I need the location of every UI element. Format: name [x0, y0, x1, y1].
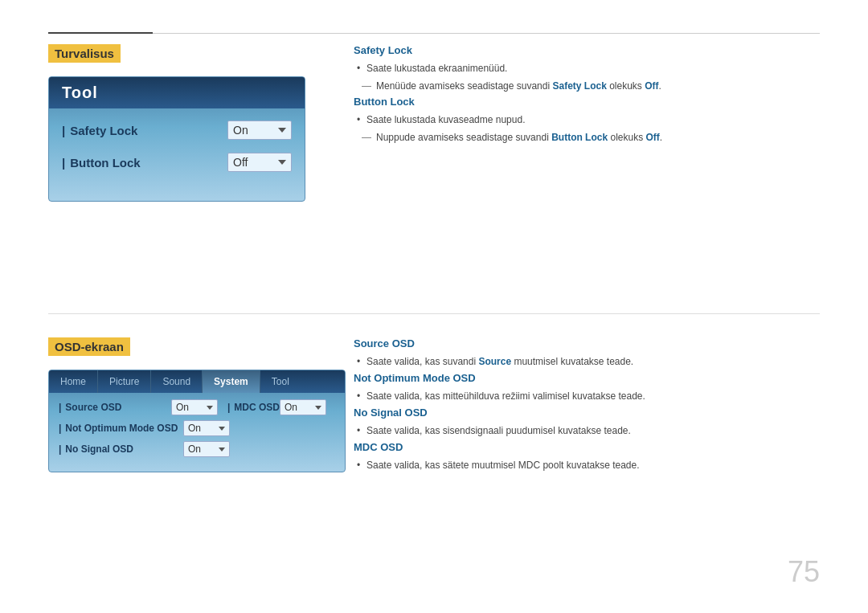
tab-system[interactable]: System — [203, 370, 260, 393]
source-osd-arrow-icon — [207, 406, 213, 410]
top-line-light — [153, 33, 820, 34]
not-optimum-osd-row: Not Optimum Mode OSD On — [59, 420, 335, 436]
tool-content: Safety Lock On Button Lock Off — [49, 108, 305, 201]
source-osd-label: Source OSD — [59, 402, 171, 413]
page-number: 75 — [788, 555, 820, 589]
top-decorative-line — [48, 32, 820, 34]
no-signal-osd-info: No Signal OSD Saate valida, kas sisendsi… — [354, 407, 820, 438]
mdc-osd-info: MDC OSD Saate valida, kas sätete muutmis… — [354, 441, 820, 472]
button-lock-row: Button Lock Off — [62, 153, 292, 172]
safety-lock-info-title: Safety Lock — [354, 44, 820, 56]
tab-picture[interactable]: Picture — [98, 370, 151, 393]
tool-widget: Tool Safety Lock On Button Lock Off — [48, 76, 305, 202]
section-divider — [48, 313, 820, 314]
button-lock-bullet1: Saate lukustada kuvaseadme nupud. — [366, 112, 820, 127]
no-signal-osd-info-title: No Signal OSD — [354, 407, 820, 419]
mdc-osd-bullet: Saate valida, kas sätete muutmisel MDC p… — [366, 458, 820, 472]
tool-title-bar: Tool — [49, 77, 305, 108]
mdc-osd-info-title: MDC OSD — [354, 441, 820, 453]
source-osd-bullet: Saate valida, kas suvandi Source muutmis… — [366, 354, 820, 369]
button-lock-label: Button Lock — [62, 156, 227, 170]
not-optimum-osd-label: Not Optimum Mode OSD — [59, 423, 183, 434]
source-osd-row: Source OSD On MDC OSD On — [59, 399, 335, 415]
no-signal-osd-bullet: Saate valida, kas sisendsignaali puudumi… — [366, 423, 820, 438]
button-lock-dropdown[interactable]: Off — [227, 153, 292, 172]
no-signal-osd-label: No Signal OSD — [59, 443, 183, 455]
source-osd-value: On — [176, 402, 202, 413]
not-optimum-osd-bullet: Saate valida, kas mitteühilduva režiimi … — [366, 389, 820, 403]
not-optimum-osd-arrow-icon — [219, 427, 225, 431]
safety-lock-value: On — [233, 124, 272, 137]
safety-lock-dropdown[interactable]: On — [227, 121, 292, 140]
button-lock-sub1: Nuppude avamiseks seadistage suvandi But… — [376, 130, 820, 145]
source-osd-dropdown[interactable]: On — [171, 399, 218, 415]
osd-widget: Home Picture Sound System Tool Source OS… — [48, 370, 346, 472]
turvalisus-section: Turvalisus Tool Safety Lock On Button Lo… — [48, 44, 362, 202]
osd-section: OSD-ekraan Home Picture Sound System Too… — [48, 337, 362, 472]
mdc-osd-arrow-icon — [315, 406, 321, 410]
button-lock-value: Off — [233, 156, 272, 169]
not-optimum-osd-dropdown[interactable]: On — [183, 420, 230, 436]
button-lock-info: Button Lock Saate lukustada kuvaseadme n… — [354, 96, 820, 145]
source-osd-info-title: Source OSD — [354, 337, 820, 349]
safety-lock-arrow-icon — [278, 128, 286, 133]
osd-tabs: Home Picture Sound System Tool — [49, 370, 345, 393]
safety-lock-info: Safety Lock Saate lukustada ekraanimenüü… — [354, 44, 820, 93]
right-info-col: Safety Lock Saate lukustada ekraanimenüü… — [354, 44, 820, 147]
no-signal-osd-arrow-icon — [219, 447, 225, 452]
tab-sound[interactable]: Sound — [151, 370, 203, 393]
tab-tool[interactable]: Tool — [260, 370, 301, 393]
not-optimum-osd-info-title: Not Optimum Mode OSD — [354, 372, 820, 384]
right-osd-info-col: Source OSD Saate valida, kas suvandi Sou… — [354, 337, 820, 476]
safety-lock-bullet1: Saate lukustada ekraanimenüüd. — [366, 61, 820, 76]
source-osd-info: Source OSD Saate valida, kas suvandi Sou… — [354, 337, 820, 369]
tab-home[interactable]: Home — [49, 370, 98, 393]
button-lock-info-title: Button Lock — [354, 96, 820, 108]
turvalisus-header: Turvalisus — [48, 44, 121, 63]
mdc-osd-dropdown[interactable]: On — [280, 399, 326, 415]
no-signal-osd-row: No Signal OSD On — [59, 441, 335, 457]
mdc-osd-value: On — [285, 402, 310, 413]
safety-lock-row: Safety Lock On — [62, 121, 292, 140]
no-signal-osd-value: On — [188, 443, 214, 455]
page-container: Turvalisus Tool Safety Lock On Button Lo… — [0, 0, 868, 613]
mdc-osd-row: MDC OSD On — [227, 399, 326, 415]
osd-header: OSD-ekraan — [48, 337, 130, 356]
top-line-dark — [48, 32, 153, 34]
osd-content: Source OSD On MDC OSD On N — [49, 393, 345, 472]
no-signal-osd-dropdown[interactable]: On — [183, 441, 230, 457]
safety-lock-sub1: Menüüde avamiseks seadistage suvandi Saf… — [376, 79, 820, 93]
not-optimum-osd-info: Not Optimum Mode OSD Saate valida, kas m… — [354, 372, 820, 403]
mdc-osd-label: MDC OSD — [227, 402, 280, 413]
safety-lock-label: Safety Lock — [62, 124, 227, 137]
not-optimum-osd-value: On — [188, 423, 214, 434]
button-lock-arrow-icon — [278, 160, 286, 165]
